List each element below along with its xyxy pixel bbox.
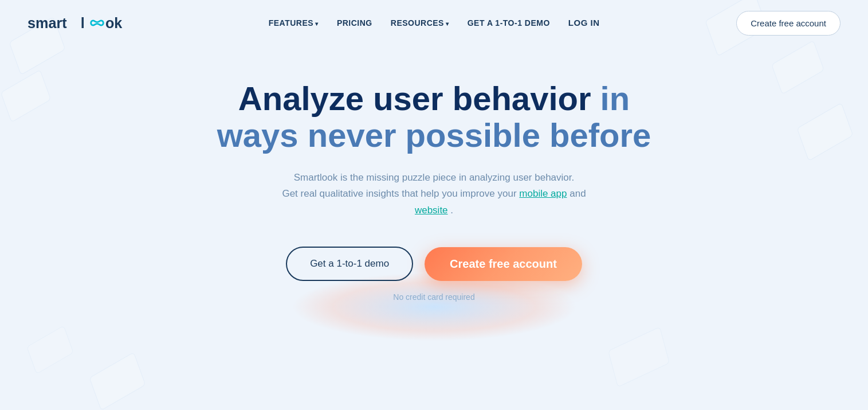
- mobile-app-link[interactable]: mobile app: [519, 188, 567, 199]
- navbar: smart l ok FEATURES PRICING RESOURCES GE…: [0, 0, 868, 46]
- svg-text:smart: smart: [28, 15, 67, 31]
- hero-title-bold: Analyze user behavior: [238, 80, 591, 117]
- svg-text:ok: ok: [105, 15, 123, 31]
- hero-section: Analyze user behavior inways never possi…: [0, 46, 868, 325]
- hero-buttons: Get a 1-to-1 demo Create free account: [286, 247, 582, 281]
- nav-link-login[interactable]: LOG IN: [568, 18, 600, 28]
- nav-item-resources[interactable]: RESOURCES: [391, 18, 449, 28]
- logo-link[interactable]: smart l ok: [28, 12, 132, 34]
- nav-link-demo[interactable]: GET A 1-TO-1 DEMO: [468, 18, 550, 28]
- nav-link-pricing[interactable]: PRICING: [337, 18, 372, 28]
- nav-item-features[interactable]: FEATURES: [269, 18, 319, 28]
- demo-button[interactable]: Get a 1-to-1 demo: [286, 247, 413, 281]
- hero-subtitle-line1: Smartlook is the missing puzzle piece in…: [294, 172, 574, 183]
- svg-text:l: l: [81, 15, 85, 31]
- hero-subtitle-connector: and: [569, 188, 586, 199]
- nav-link-resources[interactable]: RESOURCES: [391, 18, 449, 28]
- website-link[interactable]: website: [415, 205, 448, 216]
- hero-subtitle: Smartlook is the missing puzzle piece in…: [268, 170, 600, 220]
- nav-link-features[interactable]: FEATURES: [269, 18, 319, 28]
- nav-item-pricing[interactable]: PRICING: [337, 18, 372, 28]
- nav-item-login[interactable]: LOG IN: [568, 18, 600, 28]
- logo-icon: smart l ok: [28, 12, 131, 34]
- hero-title: Analyze user behavior inways never possi…: [217, 80, 651, 154]
- nav-item-demo[interactable]: GET A 1-TO-1 DEMO: [468, 18, 550, 28]
- no-credit-card-text: No credit card required: [393, 292, 474, 302]
- nav-links: FEATURES PRICING RESOURCES GET A 1-TO-1 …: [269, 18, 600, 28]
- nav-create-account-button[interactable]: Create free account: [736, 11, 840, 36]
- create-account-button[interactable]: Create free account: [425, 247, 582, 281]
- hero-subtitle-line2: Get real qualitative insights that help …: [282, 188, 516, 199]
- hero-subtitle-end: .: [450, 205, 453, 216]
